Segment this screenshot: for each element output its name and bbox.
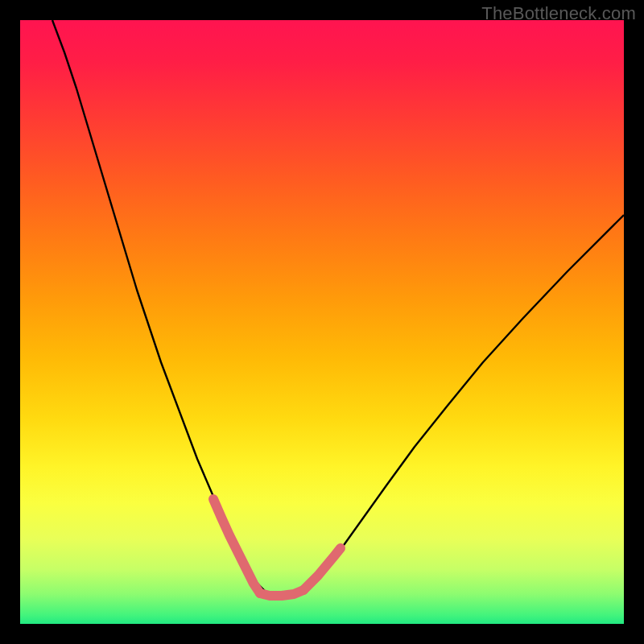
series-marker-bottom — [260, 590, 303, 596]
chart-plot-area — [20, 20, 624, 624]
gradient-background — [20, 20, 624, 624]
chart-svg — [20, 20, 624, 624]
watermark-text: TheBottleneck.com — [481, 3, 636, 24]
chart-frame: TheBottleneck.com — [0, 0, 644, 644]
